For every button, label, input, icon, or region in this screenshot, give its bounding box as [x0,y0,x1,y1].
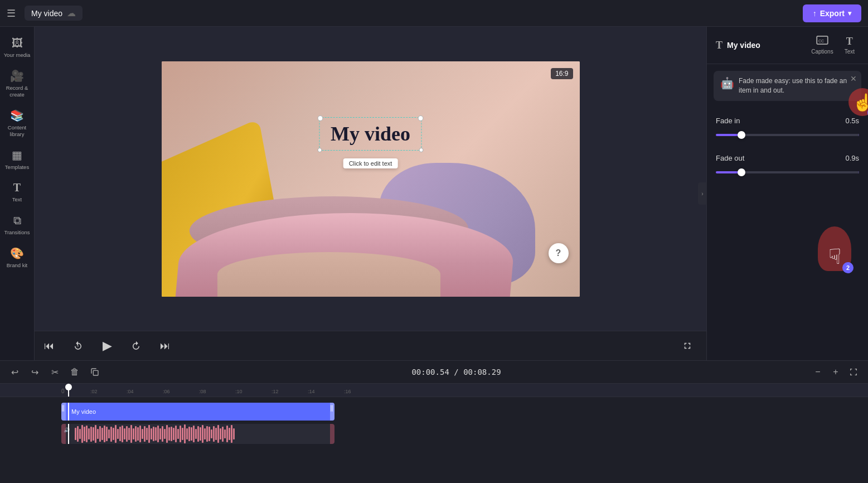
fade-out-row: Fade out 0.9s [716,154,859,162]
ruler-mark-16: :16 [344,389,380,394]
ruler-mark-12: :12 [271,389,308,394]
audio-track-content[interactable]: 🔊 [61,424,868,444]
zoom-out-button[interactable]: − [810,364,826,380]
project-title[interactable]: My video ☁ [25,6,83,21]
title-text: My video [31,9,62,18]
content-library-icon: 📚 [10,109,24,122]
fast-forward-button[interactable] [127,337,145,355]
right-panel-header: T My video CC Captions T Text [707,27,868,64]
sidebar-item-templates[interactable]: ▦ Templates [0,143,34,176]
audio-waveform [75,424,235,444]
record-create-icon: 🎥 [10,69,24,83]
fade-in-label: Fade in [716,117,740,125]
panel-title-icon: T [716,40,722,51]
text-button[interactable]: T Text [840,33,859,57]
audio-track: 🔊 [0,424,868,444]
resize-handle-bl[interactable] [317,148,322,152]
fit-timeline-button[interactable] [846,364,861,380]
fade-out-value: 0.9s [845,154,859,162]
info-box: 🤖 Fade made easy: use this to fade an it… [714,71,861,101]
timeline-ruler: 0 :02 :04 :06 :08 :10 :12 :14 :16 [0,384,868,397]
cloud-save-icon: ☁ [67,8,76,18]
fade-in-thumb[interactable] [738,131,745,139]
fade-in-row: Fade in 0.5s [716,117,859,125]
skip-to-start-button[interactable]: ⏮ [40,337,58,355]
center-area: My video Click to edit text 16:9 ? ⏮ 5 ▶ [35,27,706,360]
info-close-button[interactable]: ✕ [850,74,857,83]
audio-left-handle[interactable] [61,424,66,444]
text-box[interactable]: My video [319,117,422,151]
resize-handle-br[interactable] [419,148,424,152]
fade-out-slider[interactable] [716,167,859,178]
topbar: ☰ My video ☁ ↑ Export ▾ [0,0,868,27]
audio-clip[interactable]: 🔊 [61,424,334,444]
fullscreen-button[interactable] [678,337,696,355]
delete-button[interactable]: 🗑 [67,364,83,380]
video-track: My video [0,402,868,422]
zoom-in-button[interactable]: + [828,364,843,380]
cursor-badge-2: 2 [842,262,854,273]
video-clip[interactable]: My video [61,403,334,421]
skip-to-end-button[interactable]: ⏭ [156,337,174,355]
rewind-button[interactable]: 5 [69,337,87,355]
ruler-mark-10: :10 [235,389,271,394]
playback-controls: ⏮ 5 ▶ ⏭ [35,331,706,360]
svg-rect-3 [93,370,98,375]
panel-collapse-button[interactable]: › [698,182,707,205]
click-to-edit-tooltip[interactable]: Click to edit text [343,158,398,168]
sidebar-item-brand-kit[interactable]: 🎨 Brand kit [0,241,34,274]
ruler-mark-2: :02 [90,389,127,394]
svg-rect-5 [64,405,65,412]
fade-in-slider[interactable] [716,129,859,141]
menu-icon[interactable]: ☰ [7,7,16,20]
duplicate-button[interactable] [87,364,103,380]
audio-right-handle[interactable] [330,424,334,444]
sidebar-label-brand-kit: Brand kit [7,262,28,268]
playhead-ruler[interactable] [68,384,69,397]
export-icon: ↑ [813,9,817,18]
fade-out-thumb[interactable] [738,168,745,176]
help-button[interactable]: ? [549,243,569,263]
sidebar-item-your-media[interactable]: 🖼 Your media [0,31,34,64]
svg-text:5: 5 [77,344,79,347]
brand-kit-icon: 🎨 [10,247,24,260]
video-canvas[interactable]: My video Click to edit text 16:9 [162,61,580,297]
text-label: Text [845,49,855,55]
playhead-handle[interactable] [65,384,72,390]
export-button[interactable]: ↑ Export ▾ [803,4,861,22]
right-panel: › T My video CC Captions T Text 🤖 Fade m… [706,27,868,360]
svg-rect-6 [331,405,332,412]
fade-out-label: Fade out [716,154,744,162]
canvas-container: My video Click to edit text 16:9 ? [162,61,580,297]
play-button[interactable]: ▶ [98,337,116,355]
ruler-mark-4: :04 [127,389,163,394]
bg-shape-bottom [217,252,440,297]
text-sidebar-icon: T [13,181,21,194]
clip-left-handle[interactable] [61,403,66,421]
timeline: ↩ ↪ ✂ 🗑 00:00.54 / 00:08.29 − + 0 :02 :0… [0,360,868,483]
sidebar-item-transitions[interactable]: ⧉ Transitions [0,209,34,241]
timeline-tracks: My video 🔊 [0,397,868,483]
sidebar-label-record-create: Record &create [6,85,28,98]
captions-button[interactable]: CC Captions [807,33,837,57]
canvas-area: My video Click to edit text 16:9 ? [35,27,706,331]
sidebar-item-text[interactable]: T Text [0,176,34,208]
video-track-content[interactable]: My video [61,403,868,421]
clip-right-handle[interactable] [330,403,334,421]
cut-button[interactable]: ✂ [47,364,62,380]
video-title-text[interactable]: My video [331,122,410,146]
info-text: Fade made easy: use this to fade an item… [739,76,855,95]
sidebar-item-record-create[interactable]: 🎥 Record &create [0,64,34,103]
ruler-mark-8: :08 [199,389,235,394]
text-element[interactable]: My video Click to edit text [319,117,422,151]
captions-label: Captions [811,49,833,55]
left-sidebar: 🖼 Your media 🎥 Record &create 📚 Contentl… [0,27,35,360]
main-area: 🖼 Your media 🎥 Record &create 📚 Contentl… [0,27,868,360]
redo-button[interactable]: ↪ [27,364,42,380]
transitions-icon: ⧉ [13,214,21,227]
zoom-controls: − + [810,364,861,380]
undo-button[interactable]: ↩ [7,364,22,380]
sidebar-item-content-library[interactable]: 📚 Contentlibrary [0,103,34,143]
playhead-track [68,403,69,421]
playhead-audio-track [68,424,69,444]
